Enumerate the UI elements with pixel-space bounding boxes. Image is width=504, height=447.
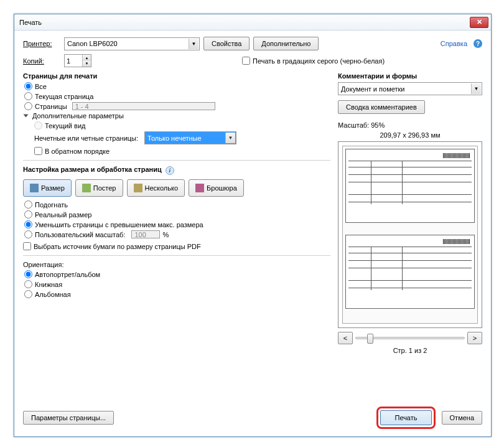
- grayscale-label: Печать в градациях серого (черно-белая): [253, 57, 385, 65]
- print-dialog: Печать ✕ Принтер: Canon LBP6020 ▼ Свойст…: [14, 14, 492, 437]
- close-button[interactable]: ✕: [470, 17, 488, 28]
- preview-nav: < >: [338, 332, 482, 344]
- preview-page: [342, 146, 478, 324]
- booklet-tab[interactable]: Брошюра: [189, 179, 244, 197]
- orientation-portrait-radio[interactable]: Книжная: [24, 280, 330, 288]
- fit-radio[interactable]: Подогнать: [24, 200, 330, 209]
- preview-doc-top: [345, 149, 475, 223]
- titlebar: Печать ✕: [14, 14, 491, 31]
- pages-range-input[interactable]: [72, 102, 215, 110]
- booklet-icon: [195, 184, 204, 192]
- orientation-auto-radio[interactable]: Автопортрет/альбом: [24, 270, 330, 278]
- disclosure-icon: [24, 115, 29, 118]
- custom-scale-input[interactable]: [131, 230, 160, 238]
- pages-group-title: Страницы для печати: [23, 72, 330, 80]
- grayscale-check[interactable]: [242, 57, 250, 65]
- spin-up-icon[interactable]: ▲: [83, 55, 91, 61]
- printer-select[interactable]: Canon LBP6020 ▼: [64, 37, 200, 50]
- poster-tab[interactable]: Постер: [75, 179, 123, 197]
- pages-range-label: Страницы: [35, 103, 67, 110]
- reverse-order-checkbox[interactable]: В обратном порядке: [34, 147, 330, 155]
- preview-pane: [338, 141, 482, 328]
- sizing-segments: Размер Постер Несколько Брошюра: [23, 179, 330, 197]
- comments-group-title: Комментарии и формы: [338, 72, 482, 80]
- copies-input[interactable]: [65, 55, 82, 67]
- print-button[interactable]: Печать: [380, 410, 431, 425]
- pages-current-radio[interactable]: Текущая страница: [24, 92, 330, 100]
- scale-label: Масштаб: 95%: [338, 121, 482, 129]
- next-page-button[interactable]: >: [467, 332, 482, 344]
- printer-value: Canon LBP6020: [67, 40, 118, 47]
- chevron-down-icon: ▼: [225, 133, 235, 143]
- page-counter: Стр. 1 из 2: [338, 347, 482, 354]
- poster-icon: [82, 184, 91, 192]
- dimensions-label: 209,97 x 296,93 мм: [338, 131, 482, 139]
- help-link[interactable]: Справка: [441, 40, 467, 47]
- custom-scale-row: Пользовательский масштаб: %: [24, 230, 330, 238]
- copies-label: Копий:: [23, 57, 60, 65]
- info-icon[interactable]: i: [166, 166, 174, 175]
- grayscale-checkbox[interactable]: Печать в градациях серого (черно-белая): [242, 57, 385, 65]
- choose-source-checkbox[interactable]: Выбрать источник бумаги по размеру стран…: [23, 242, 330, 250]
- chevron-down-icon: ▼: [471, 83, 481, 94]
- page-setup-button[interactable]: Параметры страницы...: [23, 411, 114, 425]
- sizing-group-title: Настройка размера и обработка страниц: [23, 166, 162, 173]
- chevron-down-icon: ▼: [189, 39, 198, 49]
- actual-size-radio[interactable]: Реальный размер: [24, 210, 330, 219]
- copies-spinner[interactable]: ▲ ▼: [64, 54, 91, 67]
- size-icon: [30, 184, 39, 192]
- dialog-content: Принтер: Canon LBP6020 ▼ Свойства Дополн…: [14, 31, 491, 360]
- dialog-footer: Параметры страницы... Печать Отмена: [23, 407, 482, 429]
- pages-range-row: Страницы: [24, 102, 330, 110]
- left-column: Страницы для печати Все Текущая страница…: [23, 72, 330, 354]
- help-icon[interactable]: ?: [474, 39, 482, 48]
- multiple-tab[interactable]: Несколько: [127, 179, 185, 197]
- printer-label: Принтер:: [23, 40, 60, 47]
- barcode-icon: [443, 153, 470, 158]
- page-slider[interactable]: [355, 337, 465, 339]
- print-highlight: Печать: [376, 407, 435, 429]
- cancel-button[interactable]: Отмена: [442, 411, 482, 425]
- multiple-icon: [134, 184, 142, 192]
- odd-even-label: Нечетные или четные страницы:: [34, 134, 138, 142]
- summarize-comments-button[interactable]: Сводка комментариев: [338, 100, 425, 114]
- custom-scale-radio[interactable]: [24, 230, 32, 238]
- right-column: Комментарии и формы Документ и пометки ▼…: [338, 72, 482, 354]
- dialog-title: Печать: [19, 19, 470, 26]
- odd-even-select[interactable]: Только нечетные ▼: [144, 131, 236, 144]
- comments-select[interactable]: Документ и пометки ▼: [338, 82, 482, 95]
- slider-thumb[interactable]: [367, 334, 373, 344]
- orientation-landscape-radio[interactable]: Альбомная: [24, 290, 330, 298]
- preview-doc-bottom: [345, 235, 475, 309]
- pages-all-radio[interactable]: Все: [24, 82, 330, 90]
- close-icon: ✕: [477, 18, 482, 26]
- copies-row: Копий: ▲ ▼ Печать в градациях серого (че…: [23, 54, 482, 67]
- size-tab[interactable]: Размер: [23, 179, 72, 197]
- properties-button[interactable]: Свойства: [203, 37, 250, 50]
- odd-even-row: Нечетные или четные страницы: Только неч…: [34, 131, 330, 144]
- spin-down-icon[interactable]: ▼: [83, 61, 91, 67]
- prev-page-button[interactable]: <: [338, 332, 353, 344]
- barcode-icon: [443, 239, 470, 244]
- current-view-radio[interactable]: Текущий вид: [34, 121, 330, 129]
- pages-range-radio[interactable]: [24, 102, 32, 110]
- advanced-button[interactable]: Дополнительно: [253, 37, 319, 50]
- spinner-buttons: ▲ ▼: [82, 55, 91, 67]
- more-options-toggle[interactable]: Дополнительные параметры: [24, 112, 330, 120]
- shrink-radio[interactable]: Уменьшить страницы с превышением макс. р…: [24, 220, 330, 228]
- main-columns: Страницы для печати Все Текущая страница…: [23, 72, 482, 354]
- orientation-title: Ориентация:: [23, 261, 330, 268]
- printer-row: Принтер: Canon LBP6020 ▼ Свойства Дополн…: [23, 37, 482, 50]
